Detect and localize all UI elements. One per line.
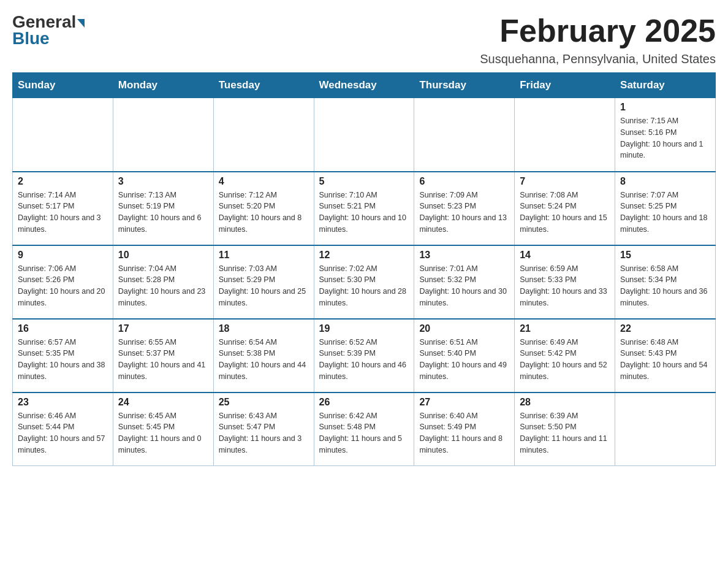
location-subtitle: Susquehanna, Pennsylvania, United States: [480, 52, 716, 66]
header-monday: Monday: [113, 73, 213, 98]
day-number: 14: [520, 250, 610, 261]
day-number: 8: [620, 176, 710, 187]
table-row: 17Sunrise: 6:55 AM Sunset: 5:37 PM Dayli…: [113, 319, 213, 393]
day-info: Sunrise: 7:15 AM Sunset: 5:16 PM Dayligh…: [620, 115, 710, 161]
day-number: 3: [118, 176, 208, 187]
day-number: 9: [18, 250, 108, 261]
calendar-week-4: 16Sunrise: 6:57 AM Sunset: 5:35 PM Dayli…: [13, 319, 716, 393]
day-info: Sunrise: 7:10 AM Sunset: 5:21 PM Dayligh…: [319, 190, 409, 236]
table-row: [615, 393, 716, 466]
page-header: General Blue February 2025 Susquehanna, …: [12, 12, 716, 66]
day-info: Sunrise: 6:43 AM Sunset: 5:47 PM Dayligh…: [219, 410, 309, 456]
day-info: Sunrise: 7:14 AM Sunset: 5:17 PM Dayligh…: [18, 190, 108, 236]
table-row: 18Sunrise: 6:54 AM Sunset: 5:38 PM Dayli…: [213, 319, 314, 393]
day-number: 22: [620, 323, 710, 334]
table-row: 15Sunrise: 6:58 AM Sunset: 5:34 PM Dayli…: [615, 245, 716, 319]
day-number: 1: [620, 102, 710, 113]
day-info: Sunrise: 7:01 AM Sunset: 5:32 PM Dayligh…: [419, 263, 509, 309]
table-row: 13Sunrise: 7:01 AM Sunset: 5:32 PM Dayli…: [414, 245, 515, 319]
day-info: Sunrise: 6:57 AM Sunset: 5:35 PM Dayligh…: [18, 337, 108, 383]
calendar-week-1: 1Sunrise: 7:15 AM Sunset: 5:16 PM Daylig…: [13, 98, 716, 172]
table-row: [515, 98, 615, 172]
table-row: 23Sunrise: 6:46 AM Sunset: 5:44 PM Dayli…: [13, 393, 113, 466]
table-row: 3Sunrise: 7:13 AM Sunset: 5:19 PM Daylig…: [113, 172, 213, 245]
header-thursday: Thursday: [414, 73, 515, 98]
header-wednesday: Wednesday: [314, 73, 414, 98]
table-row: 8Sunrise: 7:07 AM Sunset: 5:25 PM Daylig…: [615, 172, 716, 245]
day-info: Sunrise: 6:51 AM Sunset: 5:40 PM Dayligh…: [419, 337, 509, 383]
day-number: 24: [118, 397, 208, 408]
logo-arrow-icon: [77, 19, 85, 28]
day-number: 25: [219, 397, 309, 408]
day-info: Sunrise: 7:08 AM Sunset: 5:24 PM Dayligh…: [520, 190, 610, 236]
day-number: 19: [319, 323, 409, 334]
table-row: 22Sunrise: 6:48 AM Sunset: 5:43 PM Dayli…: [615, 319, 716, 393]
calendar-header-row: Sunday Monday Tuesday Wednesday Thursday…: [13, 73, 716, 98]
table-row: [113, 98, 213, 172]
table-row: 21Sunrise: 6:49 AM Sunset: 5:42 PM Dayli…: [515, 319, 615, 393]
day-number: 13: [419, 250, 509, 261]
day-number: 15: [620, 250, 710, 261]
day-info: Sunrise: 7:06 AM Sunset: 5:26 PM Dayligh…: [18, 263, 108, 309]
header-friday: Friday: [515, 73, 615, 98]
calendar-week-3: 9Sunrise: 7:06 AM Sunset: 5:26 PM Daylig…: [13, 245, 716, 319]
day-info: Sunrise: 7:02 AM Sunset: 5:30 PM Dayligh…: [319, 263, 409, 309]
table-row: 11Sunrise: 7:03 AM Sunset: 5:29 PM Dayli…: [213, 245, 314, 319]
header-saturday: Saturday: [615, 73, 716, 98]
table-row: 6Sunrise: 7:09 AM Sunset: 5:23 PM Daylig…: [414, 172, 515, 245]
title-section: February 2025 Susquehanna, Pennsylvania,…: [480, 12, 716, 66]
day-info: Sunrise: 6:49 AM Sunset: 5:42 PM Dayligh…: [520, 337, 610, 383]
day-info: Sunrise: 7:03 AM Sunset: 5:29 PM Dayligh…: [219, 263, 309, 309]
day-number: 12: [319, 250, 409, 261]
table-row: [13, 98, 113, 172]
table-row: [314, 98, 414, 172]
table-row: 1Sunrise: 7:15 AM Sunset: 5:16 PM Daylig…: [615, 98, 716, 172]
day-number: 2: [18, 176, 108, 187]
day-info: Sunrise: 6:55 AM Sunset: 5:37 PM Dayligh…: [118, 337, 208, 383]
calendar-table: Sunday Monday Tuesday Wednesday Thursday…: [12, 72, 716, 466]
day-number: 27: [419, 397, 509, 408]
day-number: 6: [419, 176, 509, 187]
day-info: Sunrise: 6:46 AM Sunset: 5:44 PM Dayligh…: [18, 410, 108, 456]
day-number: 21: [520, 323, 610, 334]
day-number: 18: [219, 323, 309, 334]
day-info: Sunrise: 7:07 AM Sunset: 5:25 PM Dayligh…: [620, 190, 710, 236]
table-row: 28Sunrise: 6:39 AM Sunset: 5:50 PM Dayli…: [515, 393, 615, 466]
table-row: 2Sunrise: 7:14 AM Sunset: 5:17 PM Daylig…: [13, 172, 113, 245]
day-number: 11: [219, 250, 309, 261]
day-info: Sunrise: 6:58 AM Sunset: 5:34 PM Dayligh…: [620, 263, 710, 309]
day-info: Sunrise: 6:42 AM Sunset: 5:48 PM Dayligh…: [319, 410, 409, 456]
table-row: 20Sunrise: 6:51 AM Sunset: 5:40 PM Dayli…: [414, 319, 515, 393]
day-info: Sunrise: 6:52 AM Sunset: 5:39 PM Dayligh…: [319, 337, 409, 383]
day-number: 5: [319, 176, 409, 187]
table-row: 4Sunrise: 7:12 AM Sunset: 5:20 PM Daylig…: [213, 172, 314, 245]
logo-blue: Blue: [12, 29, 50, 48]
day-info: Sunrise: 7:12 AM Sunset: 5:20 PM Dayligh…: [219, 190, 309, 236]
table-row: 25Sunrise: 6:43 AM Sunset: 5:47 PM Dayli…: [213, 393, 314, 466]
calendar-week-5: 23Sunrise: 6:46 AM Sunset: 5:44 PM Dayli…: [13, 393, 716, 466]
table-row: 12Sunrise: 7:02 AM Sunset: 5:30 PM Dayli…: [314, 245, 414, 319]
day-number: 4: [219, 176, 309, 187]
day-info: Sunrise: 6:45 AM Sunset: 5:45 PM Dayligh…: [118, 410, 208, 456]
day-number: 23: [18, 397, 108, 408]
day-info: Sunrise: 6:48 AM Sunset: 5:43 PM Dayligh…: [620, 337, 710, 383]
table-row: 26Sunrise: 6:42 AM Sunset: 5:48 PM Dayli…: [314, 393, 414, 466]
day-number: 16: [18, 323, 108, 334]
day-info: Sunrise: 7:13 AM Sunset: 5:19 PM Dayligh…: [118, 190, 208, 236]
table-row: 9Sunrise: 7:06 AM Sunset: 5:26 PM Daylig…: [13, 245, 113, 319]
month-year-title: February 2025: [480, 12, 716, 49]
day-number: 7: [520, 176, 610, 187]
table-row: 27Sunrise: 6:40 AM Sunset: 5:49 PM Dayli…: [414, 393, 515, 466]
table-row: [414, 98, 515, 172]
day-info: Sunrise: 6:40 AM Sunset: 5:49 PM Dayligh…: [419, 410, 509, 456]
table-row: 16Sunrise: 6:57 AM Sunset: 5:35 PM Dayli…: [13, 319, 113, 393]
logo: General Blue: [12, 12, 85, 48]
day-info: Sunrise: 7:09 AM Sunset: 5:23 PM Dayligh…: [419, 190, 509, 236]
day-number: 17: [118, 323, 208, 334]
header-sunday: Sunday: [13, 73, 113, 98]
day-number: 26: [319, 397, 409, 408]
day-number: 28: [520, 397, 610, 408]
day-number: 10: [118, 250, 208, 261]
table-row: 10Sunrise: 7:04 AM Sunset: 5:28 PM Dayli…: [113, 245, 213, 319]
calendar-week-2: 2Sunrise: 7:14 AM Sunset: 5:17 PM Daylig…: [13, 172, 716, 245]
